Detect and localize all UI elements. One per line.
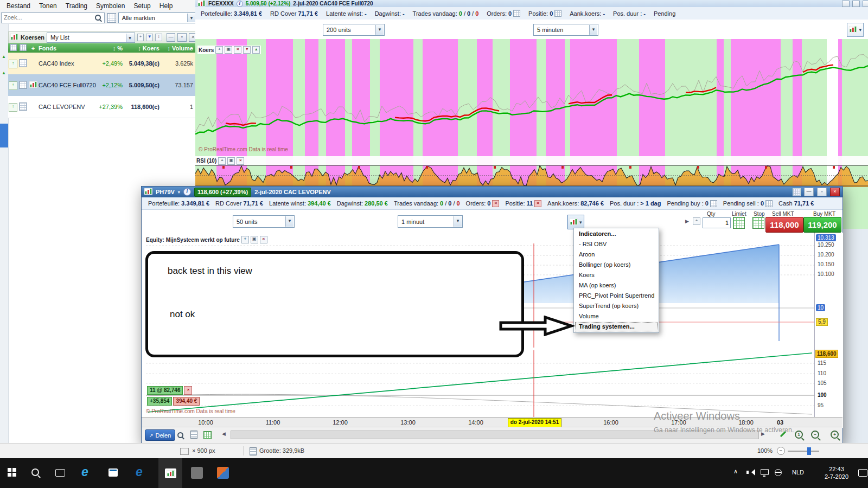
share-button[interactable]: Delen <box>145 429 175 441</box>
background-window-titlebar[interactable]: FCEXXXX 5.009,50 (+2,12%) 2-jul-2020 CAC… <box>195 0 868 8</box>
stop-order-icon[interactable] <box>752 217 764 229</box>
language-indicator[interactable]: NLD <box>792 469 804 476</box>
pane-settings-icon[interactable] <box>218 157 226 165</box>
header-tools-icon[interactable] <box>28 45 39 52</box>
network-icon[interactable] <box>761 469 769 475</box>
zoom-reset-icon[interactable] <box>795 431 803 439</box>
close-icon[interactable] <box>830 188 840 196</box>
zoom-out-button[interactable] <box>777 447 785 455</box>
price-scale[interactable]: 10.313 10.250 10.200 10.150 10.100 10 5,… <box>814 233 843 428</box>
zoom-slider-thumb[interactable] <box>807 447 811 455</box>
symbol-dropdown-icon[interactable] <box>178 190 180 195</box>
pending-sell-icon[interactable] <box>765 200 773 207</box>
wifi-icon[interactable] <box>775 469 782 476</box>
orderbook-icon[interactable] <box>19 102 27 111</box>
rail-up-icon[interactable] <box>2 54 6 59</box>
info-icon[interactable] <box>183 188 191 196</box>
timeframe-select[interactable]: 1 minuut <box>398 215 463 228</box>
timeframe-select[interactable]: 5 minuten <box>533 24 598 36</box>
zoom-slider-track[interactable] <box>788 451 819 452</box>
position-icon[interactable] <box>554 10 561 17</box>
detach-user-icon[interactable] <box>177 432 183 438</box>
menu-trading[interactable]: Trading <box>61 1 92 11</box>
search-input[interactable] <box>2 13 99 22</box>
rail-up-icon[interactable] <box>2 70 6 75</box>
close-position-icon[interactable] <box>184 386 192 395</box>
zoom-in-icon[interactable] <box>831 431 839 439</box>
edge-icon[interactable]: e <box>81 466 88 478</box>
notes-icon[interactable] <box>190 431 197 439</box>
volume-icon[interactable] <box>746 469 754 476</box>
pane-window-icon[interactable] <box>225 46 232 54</box>
calendar-icon[interactable] <box>107 13 116 23</box>
expand-icon[interactable] <box>685 219 689 224</box>
orderbook-icon[interactable] <box>19 81 27 89</box>
header-grid-icon[interactable] <box>20 44 27 51</box>
minimize-icon[interactable] <box>804 188 814 196</box>
menu-help[interactable]: Help <box>155 1 177 11</box>
buy-arrow-icon[interactable] <box>9 103 17 112</box>
maximize-icon[interactable] <box>817 188 827 196</box>
market-filter-select[interactable]: Alle markten <box>118 12 196 23</box>
indicator-menu-button[interactable] <box>567 215 584 229</box>
calendar-app-icon[interactable] <box>108 468 118 477</box>
menu-item-supertrend[interactable]: SuperTrend (op koers) <box>575 301 658 311</box>
menu-tonen[interactable]: Tonen <box>35 1 61 11</box>
pending-buy-icon[interactable] <box>710 200 717 207</box>
orders-icon[interactable] <box>513 10 520 17</box>
scroll-left-icon[interactable] <box>222 431 226 436</box>
info-icon[interactable] <box>237 1 243 7</box>
cancel-orders-icon[interactable] <box>492 200 499 207</box>
header-grid-icon[interactable] <box>10 44 17 51</box>
maximize-icon[interactable] <box>177 33 186 42</box>
download-icon[interactable] <box>146 34 153 41</box>
pane-window-icon[interactable] <box>251 236 258 243</box>
watchlist-list-select[interactable]: My List <box>47 33 135 43</box>
qty-input[interactable] <box>703 217 731 228</box>
clock[interactable]: 22:43 2-7-2020 <box>819 465 854 480</box>
menu-setup[interactable]: Setup <box>129 1 155 11</box>
close-position-icon[interactable] <box>534 200 541 207</box>
units-select[interactable]: 200 units <box>323 24 385 36</box>
rail-drag-handle[interactable] <box>0 124 8 147</box>
pane-close-icon[interactable] <box>237 157 244 165</box>
col-pct[interactable]: % <box>97 45 123 52</box>
menu-item-trading-systemen[interactable]: Trading systemen... <box>575 322 658 332</box>
menu-item-prc-pivot[interactable]: PRC_Pivot Point Supertrend <box>575 291 658 301</box>
zoom-out-icon[interactable] <box>811 431 819 439</box>
menu-item-ma[interactable]: MA (op koers) <box>575 280 658 291</box>
indicator-menu-button[interactable] <box>847 23 864 37</box>
table-row[interactable]: CAC40 Index +2,49% 5.049,38(c) 3.625k <box>8 53 195 75</box>
menu-bestand[interactable]: Bestand <box>2 1 35 11</box>
paint-app-icon[interactable] <box>217 467 229 479</box>
col-volume[interactable]: Volume <box>159 45 194 52</box>
pane-close-icon[interactable] <box>234 46 241 54</box>
menu-item-volume[interactable]: Volume <box>575 311 658 322</box>
pane-settings-icon[interactable] <box>241 236 249 243</box>
start-button[interactable] <box>8 468 16 477</box>
pane-close-icon[interactable] <box>260 236 267 243</box>
limit-order-icon[interactable] <box>733 217 745 229</box>
buy-arrow-icon[interactable] <box>9 60 17 68</box>
snipping-tool-icon[interactable] <box>191 467 203 479</box>
table-row[interactable]: CAC LEVOPENV +27,39% 118,600(c) 1 <box>8 96 195 118</box>
menu-item-bollinger[interactable]: Bollinger (op koers) <box>575 260 658 270</box>
chart-icon[interactable] <box>29 82 37 89</box>
grid-icon[interactable] <box>203 431 212 439</box>
buy-arrow-icon[interactable] <box>9 81 17 90</box>
search-icon[interactable] <box>95 15 101 21</box>
menu-item-aroon[interactable]: Aroon <box>575 249 658 260</box>
menu-item-rsi-obv[interactable]: - RSI OBV <box>575 239 658 249</box>
taskbar-search-icon[interactable] <box>31 468 39 476</box>
prorealtime-app-icon[interactable] <box>158 458 182 488</box>
units-select[interactable]: 50 units <box>233 215 295 228</box>
trading-window-titlebar[interactable]: PH79V 118,600 (+27,39%) 2-jul-2020 CAC L… <box>142 187 843 197</box>
tray-expand-icon[interactable] <box>733 468 738 475</box>
list-settings-icon[interactable] <box>137 34 144 41</box>
pane-settings-icon[interactable] <box>215 46 223 54</box>
sort-icon[interactable] <box>155 34 162 41</box>
minimize-icon[interactable] <box>167 33 175 42</box>
col-koers[interactable]: Koers <box>123 45 159 52</box>
order-settings-icon[interactable] <box>693 217 700 225</box>
pane-down-icon[interactable] <box>243 46 251 54</box>
